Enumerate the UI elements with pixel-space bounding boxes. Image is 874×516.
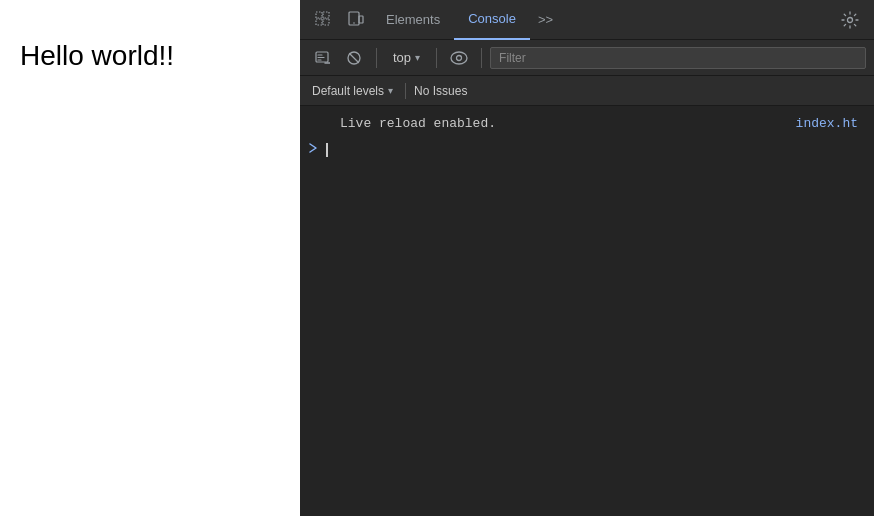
tab-more[interactable]: >> [530, 0, 561, 40]
browser-page: Hello world!! [0, 0, 300, 516]
console-message: Live reload enabled. index.ht [300, 110, 874, 138]
settings-icon[interactable] [834, 0, 866, 40]
inspect-icon[interactable] [308, 0, 340, 40]
no-issues-label: No Issues [414, 84, 467, 98]
devtools-tab-bar: Elements Console >> [300, 0, 874, 40]
svg-line-14 [350, 53, 359, 62]
default-levels-button[interactable]: Default levels ▾ [308, 82, 397, 100]
levels-arrow: ▾ [388, 85, 393, 96]
console-cursor [326, 143, 328, 157]
console-input-line [300, 138, 874, 162]
svg-rect-3 [323, 19, 329, 25]
svg-rect-0 [316, 12, 322, 18]
svg-point-16 [457, 55, 462, 60]
levels-bar: Default levels ▾ No Issues [300, 76, 874, 106]
svg-rect-2 [316, 19, 322, 25]
context-label: top [393, 50, 411, 65]
devtools-panel: Elements Console >> [300, 0, 874, 516]
toolbar-separator [376, 48, 377, 68]
toolbar-separator-2 [436, 48, 437, 68]
context-selector[interactable]: top ▾ [385, 48, 428, 67]
svg-point-6 [353, 22, 355, 24]
device-toggle-icon[interactable] [340, 0, 372, 40]
eye-icon[interactable] [445, 44, 473, 72]
console-output: Live reload enabled. index.ht [300, 106, 874, 516]
svg-rect-1 [323, 12, 329, 18]
console-toolbar: top ▾ [300, 40, 874, 76]
filter-input[interactable] [490, 47, 866, 69]
levels-separator [405, 83, 406, 99]
console-message-link[interactable]: index.ht [796, 114, 866, 134]
page-heading: Hello world!! [20, 40, 280, 72]
clear-console-button[interactable] [308, 44, 336, 72]
toolbar-separator-3 [481, 48, 482, 68]
block-icon[interactable] [340, 44, 368, 72]
tab-elements[interactable]: Elements [372, 0, 454, 40]
svg-point-15 [451, 52, 467, 64]
svg-rect-5 [359, 16, 363, 23]
context-arrow: ▾ [415, 52, 420, 63]
console-message-text: Live reload enabled. [340, 114, 796, 134]
levels-label: Default levels [312, 84, 384, 98]
console-prompt [308, 142, 318, 158]
svg-point-7 [848, 17, 853, 22]
tab-console[interactable]: Console [454, 0, 530, 40]
